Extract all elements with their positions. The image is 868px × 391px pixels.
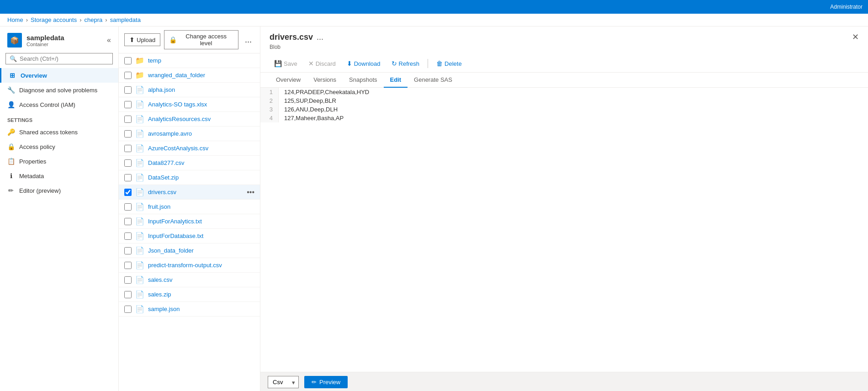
file-checkbox[interactable] (124, 130, 132, 137)
search-input[interactable] (20, 55, 109, 62)
tab-snapshots[interactable]: Snapshots (343, 73, 383, 88)
list-item[interactable]: 📄 drivers.csv ••• (119, 185, 260, 200)
list-item[interactable]: 📄 sample.json ••• (119, 302, 260, 317)
list-item[interactable]: 📄 predict-transform-output.csv ••• (119, 258, 260, 273)
file-checkbox[interactable] (124, 174, 132, 181)
code-content[interactable]: 127,Maheer,Basha,AP (279, 114, 868, 122)
top-bar-user: Administrator (830, 4, 863, 10)
list-item[interactable]: 📄 fruit.json ••• (119, 200, 260, 214)
tab-versions[interactable]: Versions (307, 73, 343, 88)
file-checkbox[interactable] (124, 276, 132, 284)
sidebar-item-metadata[interactable]: ℹ Metadata (0, 169, 118, 183)
file-checkbox[interactable] (124, 145, 132, 152)
sidebar-item-label-iam: Access Control (IAM) (19, 101, 75, 108)
sidebar-collapse-button[interactable]: « (107, 36, 111, 44)
list-item[interactable]: 📄 Data8277.csv ••• (119, 156, 260, 170)
sidebar-item-editor[interactable]: ✏ Editor (preview) (0, 183, 118, 198)
download-button[interactable]: ⬇ Download (342, 58, 385, 69)
code-content[interactable]: 124,PRADEEP,Cheekatala,HYD (279, 88, 868, 96)
breadcrumb-sampledata[interactable]: sampledata (110, 16, 141, 23)
file-checkbox[interactable] (124, 262, 132, 269)
document-icon: 📄 (135, 173, 144, 182)
breadcrumb-chepra[interactable]: chepra (85, 16, 103, 23)
delete-button[interactable]: 🗑 Delete (432, 58, 466, 69)
sidebar-item-access-policy[interactable]: 🔒 Access policy (0, 139, 118, 154)
info-icon: ℹ (7, 172, 15, 180)
document-icon: 📄 (135, 85, 144, 94)
change-access-button[interactable]: 🔒 Change access level (164, 30, 238, 49)
file-name: Json_data_folder (148, 247, 243, 254)
sidebar-item-shared-access[interactable]: 🔑 Shared access tokens (0, 125, 118, 139)
detail-close-button[interactable]: ✕ (852, 32, 859, 42)
file-checkbox[interactable] (124, 232, 132, 240)
file-toolbar-more[interactable]: ... (242, 33, 254, 47)
top-bar: Administrator (0, 0, 868, 14)
file-checkbox[interactable] (124, 291, 132, 298)
file-panel: ⬆ Upload 🔒 Change access level ... 📁 tem… (119, 26, 260, 391)
save-icon: 💾 (274, 60, 282, 67)
file-name: avrosample.avro (148, 130, 243, 137)
list-item[interactable]: 📄 DataSet.zip ••• (119, 170, 260, 185)
breadcrumb-storage[interactable]: Storage accounts (31, 16, 77, 23)
breadcrumb-home[interactable]: Home (7, 16, 23, 23)
sidebar-item-label-metadata: Metadata (19, 173, 44, 180)
file-checkbox[interactable] (124, 306, 132, 313)
document-icon: 📄 (135, 290, 144, 299)
file-more-icon[interactable]: ••• (247, 188, 254, 196)
save-button[interactable]: 💾 Save (270, 58, 302, 69)
list-item[interactable]: 📄 InputForAnalytics.txt ••• (119, 214, 260, 229)
list-item[interactable]: 📄 InputForDatabase.txt ••• (119, 229, 260, 243)
code-row: 3 126,ANU,Deep,DLH (260, 105, 868, 114)
sidebar-item-iam[interactable]: 👤 Access Control (IAM) (0, 97, 118, 112)
list-item[interactable]: 📁 temp ••• (119, 53, 260, 68)
list-item[interactable]: 📄 AzureCostAnalysis.csv ••• (119, 141, 260, 156)
list-item[interactable]: 📄 AnalyticsResources.csv ••• (119, 112, 260, 127)
search-box: 🔍 (5, 53, 113, 64)
file-name: wrangled_data_folder (148, 72, 243, 79)
code-row: 1 124,PRADEEP,Cheekatala,HYD (260, 88, 868, 96)
file-checkbox[interactable] (124, 57, 132, 64)
diagnose-icon: 🔧 (7, 86, 15, 94)
sidebar-item-properties[interactable]: 📋 Properties (0, 154, 118, 169)
detail-toolbar: 💾 Save ✕ Discard ⬇ Download ↻ Refresh (270, 55, 859, 72)
code-content[interactable]: 126,ANU,Deep,DLH (279, 105, 868, 114)
preview-button[interactable]: ✏ Preview (304, 376, 348, 388)
upload-icon: ⬆ (129, 36, 135, 43)
sidebar-item-diagnose[interactable]: 🔧 Diagnose and solve problems (0, 83, 118, 97)
file-checkbox[interactable] (124, 116, 132, 123)
document-icon: 📄 (135, 129, 144, 138)
file-checkbox[interactable] (124, 72, 132, 79)
file-checkbox[interactable] (124, 203, 132, 211)
detail-more-button[interactable]: ... (317, 32, 323, 42)
file-checkbox[interactable] (124, 189, 132, 196)
format-select[interactable]: Csv Json Text (268, 376, 299, 388)
file-name: AnalyticsResources.csv (148, 116, 243, 122)
tab-edit[interactable]: Edit (384, 73, 408, 88)
file-checkbox[interactable] (124, 86, 132, 94)
list-item[interactable]: 📄 Analytics-SO tags.xlsx ••• (119, 97, 260, 112)
list-item[interactable]: 📄 alpha.json ••• (119, 83, 260, 97)
list-item[interactable]: 📄 Json_data_folder ••• (119, 243, 260, 258)
file-checkbox[interactable] (124, 218, 132, 225)
refresh-button[interactable]: ↻ Refresh (387, 58, 424, 69)
discard-button[interactable]: ✕ Discard (304, 58, 340, 69)
sidebar-item-overview[interactable]: ⊞ Overview (0, 68, 118, 83)
list-item[interactable]: 📁 wrangled_data_folder ••• (119, 68, 260, 83)
file-checkbox[interactable] (124, 247, 132, 254)
code-row: 2 125,SUP,Deep,BLR (260, 96, 868, 105)
list-item[interactable]: 📄 avrosample.avro ••• (119, 127, 260, 141)
file-name: Analytics-SO tags.xlsx (148, 101, 243, 108)
tab-overview[interactable]: Overview (270, 73, 307, 88)
code-content[interactable]: 125,SUP,Deep,BLR (279, 96, 868, 105)
tab-generate-sas[interactable]: Generate SAS (408, 73, 459, 88)
upload-button[interactable]: ⬆ Upload (124, 33, 160, 46)
file-name: sales.zip (148, 291, 243, 298)
sidebar-nav: ⊞ Overview 🔧 Diagnose and solve problems… (0, 68, 118, 391)
list-item[interactable]: 📄 sales.csv ••• (119, 273, 260, 287)
document-icon: 📄 (135, 246, 144, 255)
breadcrumb: Home › Storage accounts › chepra › sampl… (0, 14, 868, 26)
list-item[interactable]: 📄 sales.zip ••• (119, 287, 260, 302)
file-checkbox[interactable] (124, 101, 132, 108)
document-icon: 📄 (135, 217, 144, 226)
file-checkbox[interactable] (124, 159, 132, 167)
